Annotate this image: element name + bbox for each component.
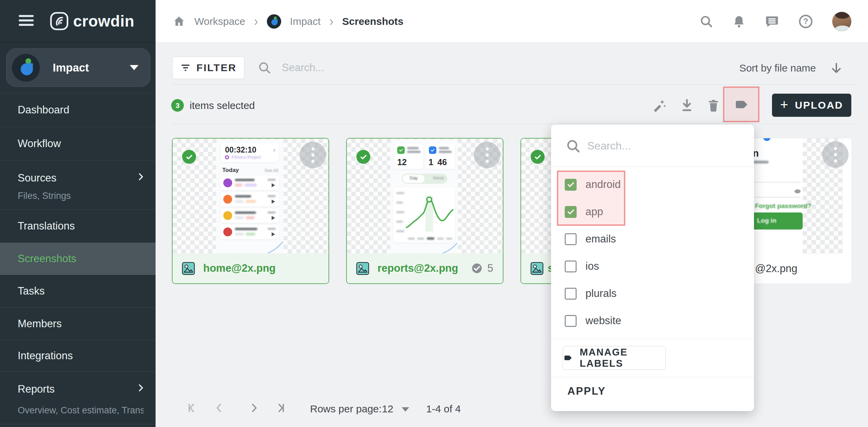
- breadcrumb-project-avatar: [267, 14, 281, 29]
- assign-label-button-highlighted[interactable]: [723, 86, 759, 122]
- filter-icon: [180, 62, 191, 73]
- chevron-right-icon: [136, 172, 145, 181]
- sidebar-item-label: Sources: [18, 172, 57, 184]
- label-option-ios[interactable]: ios: [551, 253, 754, 280]
- sidebar-item-dashboard[interactable]: Dashboard: [0, 93, 156, 127]
- sidebar-item-reports[interactable]: Reports Overview, Cost estimate, Transl…: [0, 371, 156, 424]
- checkbox[interactable]: [565, 288, 577, 300]
- card-menu-kebab[interactable]: [300, 142, 326, 168]
- breadcrumb-separator: ›: [254, 13, 258, 29]
- search-input[interactable]: [282, 59, 472, 77]
- selected-count-badge: 3: [171, 99, 184, 112]
- last-page-icon[interactable]: [274, 402, 286, 414]
- screenshot-card-home[interactable]: 00:32:10 › Fitness Project Today See All: [172, 138, 329, 284]
- auto-tag-wand-icon[interactable]: [652, 98, 667, 113]
- breadcrumb-page: Screenshots: [342, 16, 403, 27]
- header-actions: ?: [699, 0, 852, 43]
- checkbox[interactable]: [565, 260, 577, 272]
- labels-search-input[interactable]: [587, 136, 734, 155]
- notifications-bell-icon[interactable]: [732, 14, 746, 29]
- thumb-toggle-day: Day: [410, 175, 418, 180]
- search-icon[interactable]: [699, 14, 713, 29]
- sidebar-item-integrations[interactable]: Integrations: [0, 340, 156, 371]
- sidebar-item-members[interactable]: Members: [0, 307, 156, 340]
- screenshot-card-reports[interactable]: 12 1 46 Day Week: [346, 138, 503, 284]
- thumb-stat-duration-h: 1: [429, 157, 433, 167]
- label-name: android: [585, 178, 621, 191]
- upload-button[interactable]: + UPLOAD: [772, 94, 851, 117]
- delete-trash-icon[interactable]: [706, 98, 721, 113]
- file-name[interactable]: reports@2x.png: [377, 262, 458, 274]
- breadcrumb-workspace[interactable]: Workspace: [194, 16, 245, 27]
- checkbox[interactable]: [565, 233, 577, 245]
- sidebar-item-screenshots[interactable]: Screenshots: [0, 243, 156, 275]
- project-switcher[interactable]: Impact: [6, 48, 150, 87]
- card-footer: reports@2x.png 5: [347, 253, 503, 283]
- label-option-app[interactable]: app: [551, 198, 754, 225]
- user-avatar[interactable]: [832, 12, 852, 31]
- rows-per-page-caret-icon[interactable]: [402, 407, 409, 412]
- manage-labels-button[interactable]: MANAGE LABELS: [563, 346, 666, 370]
- selected-check-badge: [531, 150, 545, 164]
- file-name[interactable]: @2x.png: [755, 263, 798, 275]
- help-icon[interactable]: ?: [798, 14, 814, 29]
- label-option-android[interactable]: android: [551, 171, 754, 198]
- label-option-emails[interactable]: emails: [551, 225, 754, 253]
- label-name: ios: [585, 260, 599, 272]
- sidebar-item-workflow[interactable]: Workflow: [0, 127, 156, 160]
- thumb-task-row: [221, 208, 279, 223]
- checkbox[interactable]: [565, 179, 577, 191]
- thumb-decoration-curve: [437, 241, 458, 255]
- previous-page-icon[interactable]: [213, 402, 225, 414]
- thumb-timer-text: 00:32:10: [225, 145, 256, 155]
- sidebar-item-subtitle: Overview, Cost estimate, Transl…: [18, 405, 144, 416]
- thumb-day-week-toggle: Day Week: [402, 174, 447, 184]
- checkbox[interactable]: [565, 206, 577, 218]
- thumb-decoration-curve: [263, 239, 284, 255]
- thumb-stat-tasks: 12: [397, 157, 407, 167]
- first-page-icon[interactable]: [187, 402, 199, 414]
- hamburger-menu-icon[interactable]: [19, 15, 34, 27]
- checkbox[interactable]: [565, 315, 577, 327]
- apply-button[interactable]: APPLY: [567, 385, 606, 397]
- sidebar-item-translations[interactable]: Translations: [0, 210, 156, 243]
- label-name: plurals: [585, 287, 616, 300]
- divider: [172, 124, 855, 124]
- card-menu-kebab[interactable]: [822, 141, 849, 168]
- thumb-forgot-link: Forgot password?: [755, 202, 811, 210]
- messages-icon[interactable]: [765, 14, 779, 29]
- label-option-website[interactable]: website: [551, 307, 754, 334]
- home-icon[interactable]: [173, 15, 186, 28]
- label-option-plurals[interactable]: plurals: [551, 280, 754, 307]
- breadcrumb: Workspace › Impact › Screenshots: [173, 0, 403, 43]
- download-icon[interactable]: [679, 98, 694, 113]
- thumb-today-label: Today: [222, 167, 239, 174]
- thumb-stat-duration-m: 46: [437, 157, 447, 167]
- thumb-chevron: ›: [273, 146, 275, 154]
- thumb-seeall-label: See All: [264, 168, 278, 173]
- sidebar-item-label: Dashboard: [18, 104, 69, 116]
- sidebar-item-tasks[interactable]: Tasks: [0, 275, 156, 307]
- crowdin-logo-text: crowdin: [73, 12, 134, 30]
- tag-count: 5: [471, 262, 493, 274]
- rows-per-page-label: Rows per page:: [310, 403, 382, 415]
- file-name[interactable]: home@2x.png: [203, 262, 276, 274]
- sidebar: crowdin Impact Dashboard Workflow Source…: [0, 0, 156, 427]
- rows-per-page-value[interactable]: 12: [382, 403, 393, 415]
- image-file-icon: [182, 262, 195, 275]
- sidebar-header: crowdin: [0, 0, 156, 43]
- sort-control[interactable]: Sort by file name: [739, 61, 843, 75]
- label-name: emails: [585, 233, 616, 245]
- next-page-icon[interactable]: [248, 402, 260, 414]
- filter-button[interactable]: FILTER: [172, 57, 244, 79]
- breadcrumb-project[interactable]: Impact: [290, 16, 321, 27]
- sidebar-item-sources[interactable]: Sources Files, Strings: [0, 160, 156, 210]
- divider: [551, 339, 754, 339]
- sidebar-item-label: Tasks: [18, 285, 45, 297]
- thumb-project-dot: [225, 155, 229, 159]
- card-menu-kebab[interactable]: [474, 142, 500, 168]
- sort-label: Sort by file name: [739, 62, 816, 74]
- thumb-eye-icon: [794, 189, 801, 193]
- crowdin-logo[interactable]: crowdin: [50, 12, 134, 31]
- sidebar-item-label: Reports: [18, 383, 55, 395]
